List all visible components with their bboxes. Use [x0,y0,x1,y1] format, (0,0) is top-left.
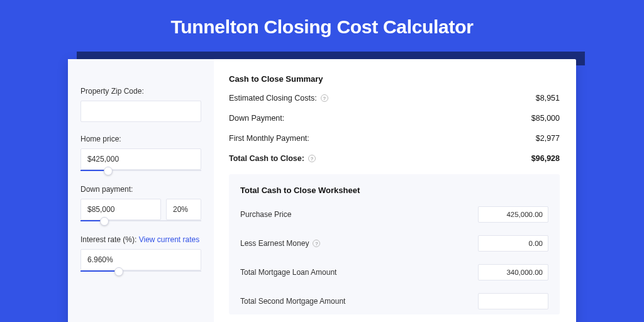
slider-thumb[interactable] [104,167,113,175]
down-payment-slider[interactable] [80,219,201,223]
summary-value: $96,928 [531,154,560,163]
inputs-sidebar: Property Zip Code: Home price: Down paym… [68,59,214,322]
home-price-input[interactable] [80,148,201,170]
slider-thumb[interactable] [100,217,109,226]
summary-label: Down Payment: [229,114,284,123]
worksheet-input-purchase-price[interactable] [478,206,548,223]
calculator-wrapper: Property Zip Code: Home price: Down paym… [68,52,576,319]
help-icon[interactable]: ? [308,155,316,162]
worksheet-row-second-mortgage: Total Second Mortgage Amount [240,293,548,309]
help-icon[interactable]: ? [313,240,320,247]
summary-row-closing-costs: Estimated Closing Costs: ? $8,951 [229,94,560,103]
down-payment-label: Down payment: [80,185,201,194]
zip-label: Property Zip Code: [80,87,201,96]
worksheet-label: Total Second Mortgage Amount [240,297,345,306]
worksheet-input-second-mortgage[interactable] [478,293,548,309]
summary-row-first-monthly: First Monthly Payment: $2,977 [229,134,560,143]
interest-field-group: Interest rate (%): View current rates [80,235,201,273]
worksheet-panel: Total Cash to Close Worksheet Purchase P… [229,174,560,314]
page-title: Tunnelton Closing Cost Calculator [0,0,644,52]
zip-input[interactable] [80,101,201,122]
view-rates-link[interactable]: View current rates [139,235,200,244]
zip-field-group: Property Zip Code: [80,87,201,122]
summary-value: $85,000 [531,114,560,123]
interest-label: Interest rate (%): View current rates [80,235,201,244]
calculator-card: Property Zip Code: Home price: Down paym… [68,59,576,322]
summary-value: $8,951 [536,94,560,103]
home-price-slider[interactable] [80,169,201,172]
worksheet-label: Total Mortgage Loan Amount [240,268,336,277]
down-payment-input[interactable] [80,199,161,220]
results-column: Cash to Close Summary Estimated Closing … [214,59,576,322]
down-payment-pct-input[interactable] [166,199,201,220]
worksheet-row-earnest-money: Less Earnest Money ? [240,235,548,252]
worksheet-row-purchase-price: Purchase Price [240,206,548,223]
down-payment-field-group: Down payment: [80,185,201,223]
summary-label: First Monthly Payment: [229,134,309,143]
summary-title: Cash to Close Summary [229,74,560,84]
interest-slider[interactable] [80,269,201,273]
help-icon[interactable]: ? [321,94,328,102]
interest-label-text: Interest rate (%): [80,235,139,244]
summary-value: $2,977 [536,134,560,143]
slider-thumb[interactable] [114,267,123,276]
worksheet-label: Less Earnest Money [240,239,309,248]
worksheet-input-mortgage-amount[interactable] [478,264,548,280]
interest-input[interactable] [80,249,201,270]
slider-fill [80,270,119,272]
summary-label: Total Cash to Close: [229,154,304,163]
home-price-label: Home price: [80,135,201,143]
summary-row-down-payment: Down Payment: $85,000 [229,114,560,123]
worksheet-label: Purchase Price [240,210,291,219]
summary-row-total-cash: Total Cash to Close: ? $96,928 [229,154,560,163]
summary-label: Estimated Closing Costs: [229,94,317,103]
worksheet-title: Total Cash to Close Worksheet [240,186,548,195]
worksheet-row-mortgage-amount: Total Mortgage Loan Amount [240,264,548,280]
home-price-field-group: Home price: [80,135,201,172]
worksheet-input-earnest-money[interactable] [478,235,548,252]
